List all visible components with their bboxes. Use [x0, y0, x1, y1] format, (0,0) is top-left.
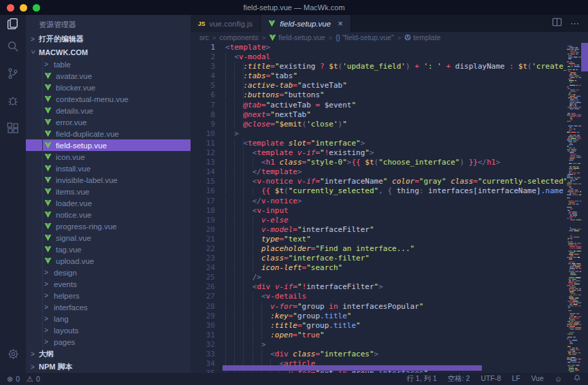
code-line[interactable]: 33 <div class="interfaces">	[191, 350, 588, 359]
minimize-window-button[interactable]	[20, 4, 27, 12]
tree-item[interactable]: avatar.vue	[26, 70, 191, 82]
code-line[interactable]: 14 </template>	[191, 167, 588, 177]
tree-item[interactable]: field-duplicate.vue	[26, 128, 191, 139]
tree-item[interactable]: details.vue	[26, 105, 191, 116]
tab-vue.config.js[interactable]: JSvue.config.js	[191, 15, 261, 32]
tree-item[interactable]: >layouts	[26, 324, 191, 336]
code-line[interactable]: 24 icon-left="search"	[191, 263, 588, 273]
warning-count-value: 0	[36, 375, 40, 383]
tree-item[interactable]: contextual-menu.vue	[26, 93, 191, 105]
code-line[interactable]: 19 v-else	[191, 216, 588, 225]
error-count[interactable]: ⊗0	[7, 375, 20, 384]
explorer-icon[interactable]	[0, 15, 26, 33]
code-line[interactable]: 2 <v-modal	[191, 52, 588, 62]
vertical-scrollbar-thumb[interactable]	[581, 43, 588, 71]
tree-item[interactable]: field-setup.vue	[26, 139, 191, 151]
minimap[interactable]	[566, 43, 588, 373]
extensions-icon[interactable]	[0, 114, 26, 141]
zoom-window-button[interactable]	[33, 4, 40, 12]
code-line[interactable]: 28 v-for="group in interfacesPopular"	[191, 302, 588, 312]
problems-status[interactable]: ⊗0⚠0	[7, 375, 47, 384]
tree-item[interactable]: tag.vue	[26, 244, 191, 255]
status-item[interactable]: Vue	[531, 374, 543, 384]
tab-field-setup.vue[interactable]: field-setup.vue×	[261, 15, 350, 32]
npm-scripts-section[interactable]: > NPM 脚本	[26, 361, 191, 373]
code-line[interactable]: 16 {{ $t("currently_selected", { thing: …	[191, 186, 588, 196]
open-editors-section[interactable]: > 打开的编辑器	[26, 33, 191, 46]
code-line[interactable]: 13 <h1 class="style-0">{{ $t("choose_int…	[191, 158, 588, 167]
breadcrumb-item[interactable]: src	[199, 33, 209, 41]
warning-count[interactable]: ⚠0	[27, 375, 40, 384]
code-line[interactable]: 6 :buttons="buttons"	[191, 90, 588, 100]
code-line[interactable]: 31 :open="true"	[191, 331, 588, 340]
tree-item[interactable]: >helpers	[26, 290, 191, 301]
code-line-content: </v-notice>	[215, 197, 302, 206]
code-editor[interactable]: 1<template>2 <v-modal3 :title="existing …	[191, 43, 588, 373]
tree-item[interactable]: invisible-label.vue	[26, 174, 191, 186]
workspace-root[interactable]: > MACWK.COM	[26, 46, 191, 58]
code-line[interactable]: 1<template>	[191, 43, 588, 52]
code-line[interactable]: 8 @next="nextTab"	[191, 110, 588, 120]
search-icon[interactable]	[0, 33, 26, 60]
breadcrumb-item[interactable]: components	[220, 33, 259, 41]
tree-item[interactable]: icon.vue	[26, 151, 191, 163]
vue-icon	[44, 222, 52, 230]
code-line[interactable]: 32 >	[191, 340, 588, 350]
code-line[interactable]: 5 :active-tab="activeTab"	[191, 81, 588, 90]
tree-item[interactable]: upload.vue	[26, 255, 191, 267]
code-line[interactable]: 10 >	[191, 129, 588, 139]
code-line[interactable]: 21 type="text"	[191, 235, 588, 244]
tree-item[interactable]: progress-ring.vue	[26, 220, 191, 232]
code-line[interactable]: 7 @tab="activeTab = $event"	[191, 101, 588, 110]
code-line[interactable]: 30 :title="group.title"	[191, 321, 588, 331]
code-line[interactable]: 18 <v-input	[191, 206, 588, 216]
status-item[interactable]: 行 1, 列 1	[406, 374, 436, 384]
status-item[interactable]: 空格: 2	[448, 374, 470, 384]
source-control-icon[interactable]	[0, 60, 26, 87]
tree-item[interactable]: error.vue	[26, 116, 191, 128]
tree-item[interactable]: >design	[26, 267, 191, 278]
split-editor-icon[interactable]	[552, 17, 562, 30]
horizontal-scrollbar-thumb[interactable]	[223, 365, 482, 371]
breadcrumb-item[interactable]: field-setup.vue	[269, 33, 325, 41]
tree-item[interactable]: signal.vue	[26, 232, 191, 244]
tree-item[interactable]: >events	[26, 278, 191, 290]
code-line[interactable]: 11 <template slot="interface">	[191, 139, 588, 148]
close-window-button[interactable]	[7, 4, 14, 12]
status-item[interactable]: UTF-8	[480, 374, 501, 384]
line-number: 30	[191, 321, 215, 331]
outline-section[interactable]: > 大纲	[26, 348, 191, 361]
debug-icon[interactable]	[0, 87, 26, 114]
breadcrumb-item[interactable]: template	[404, 33, 440, 41]
code-line[interactable]: 17 </v-notice>	[191, 197, 588, 206]
code-line[interactable]: 25 />	[191, 273, 588, 282]
code-line[interactable]: 26 <div v-if="!interfaceFilter">	[191, 282, 588, 292]
tree-item[interactable]: items.vue	[26, 186, 191, 197]
tree-item[interactable]: >table	[26, 58, 191, 70]
code-line[interactable]: 9 @close="$emit('close')"	[191, 120, 588, 129]
code-line[interactable]: 29 :key="group.title"	[191, 312, 588, 321]
more-actions-icon[interactable]: ⋯	[570, 18, 580, 29]
tree-item[interactable]: blocker.vue	[26, 82, 191, 93]
close-tab-icon[interactable]: ×	[338, 20, 343, 27]
code-line[interactable]: 4 :tabs="tabs"	[191, 71, 588, 81]
code-line[interactable]: 3 :title="existing ? $t('update_field') …	[191, 62, 588, 71]
tree-item[interactable]: loader.vue	[26, 197, 191, 209]
code-line[interactable]: 22 placeholder="Find an interface..."	[191, 244, 588, 254]
tree-item[interactable]: >pages	[26, 336, 191, 348]
notifications-bell-icon[interactable]	[573, 374, 581, 384]
breadcrumb-item[interactable]: {}"field-setup.vue"	[336, 33, 393, 41]
manage-gear-icon[interactable]	[0, 340, 26, 367]
tree-item[interactable]: >interfaces	[26, 301, 191, 313]
tree-item[interactable]: >lang	[26, 313, 191, 324]
code-line[interactable]: 27 <v-details	[191, 292, 588, 301]
tree-item[interactable]: install.vue	[26, 163, 191, 174]
code-line[interactable]: 15 <v-notice v-if="interfaceName" color=…	[191, 177, 588, 186]
feedback-smiley-icon[interactable]: ☺	[555, 375, 562, 383]
code-line[interactable]: 20 v-model="interfaceFilter"	[191, 225, 588, 235]
code-line[interactable]: 12 <template v-if="!existing">	[191, 148, 588, 158]
tree-item[interactable]: notice.vue	[26, 209, 191, 220]
code-line[interactable]: 23 class="interface-filter"	[191, 254, 588, 263]
tree-item-label: invisible-label.vue	[56, 176, 118, 184]
status-item[interactable]: LF	[512, 374, 520, 384]
